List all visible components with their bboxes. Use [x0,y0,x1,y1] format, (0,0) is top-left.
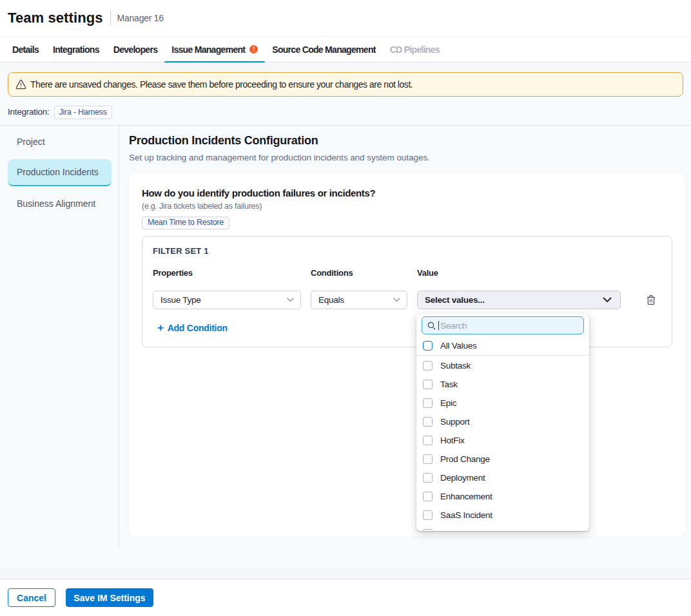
filter-grid: Properties Conditions Value Issue Type E… [153,269,661,309]
page-title: Team settings [8,10,103,26]
metric-chip[interactable]: Mean Time to Restore [142,217,229,229]
checkbox-task[interactable] [423,380,433,389]
integration-chip[interactable]: Jira - Harness [54,106,112,119]
section-title: Production Incidents Configuration [129,134,685,148]
checkbox-support[interactable] [423,417,433,427]
unsaved-changes-banner: There are unsaved changes. Please save t… [8,72,683,97]
option-task[interactable]: Task [416,375,589,394]
page-footer: Cancel Save IM Settings [0,579,691,616]
value-dropdown-popup: Search All Values Subtask Task Epic Supp… [416,314,589,531]
warning-icon [15,79,26,90]
sidebar: Project Production Incidents Business Al… [0,126,119,546]
text-caret [438,321,439,330]
tab-issue-management[interactable]: Issue Management ! [164,37,265,62]
checkbox-all-values[interactable] [423,341,433,351]
checkbox-deployment[interactable] [423,473,433,483]
save-im-settings-button[interactable]: Save IM Settings [66,588,153,607]
page-body: There are unsaved changes. Please save t… [0,63,691,579]
section-subtitle: Set up tracking and management for produ… [129,153,685,162]
cancel-button[interactable]: Cancel [8,588,55,607]
checkbox-epic[interactable] [423,398,433,408]
option-deployment[interactable]: Deployment [416,468,589,487]
properties-select[interactable]: Issue Type [153,291,301,309]
tab-developers[interactable]: Developers [106,37,164,62]
card-hint: (e.g. Jira tickets labeled as failures) [142,202,672,211]
option-customer-notification[interactable]: Customer Notification [416,525,589,531]
checkbox-hotfix[interactable] [423,436,433,445]
plus-icon: + [157,323,164,332]
sidebar-item-production-incidents[interactable]: Production Incidents [8,159,112,186]
checkbox-enhancement[interactable] [423,492,433,501]
checkbox-saas-incident[interactable] [423,510,433,520]
option-hotfix[interactable]: HotFix [416,431,589,450]
value-multiselect[interactable]: Select values... [417,291,621,309]
page-header: Team settings Manager 16 [0,0,691,37]
title-separator [110,11,111,25]
column-label-value: Value [417,269,621,277]
option-saas-incident[interactable]: SaaS Incident [416,506,589,525]
option-subtask[interactable]: Subtask [416,356,589,375]
filter-set-box: FILTER SET 1 Properties Conditions Value… [142,236,672,347]
card-question: How do you identify production failures … [142,188,672,198]
option-support[interactable]: Support [416,412,589,431]
sidebar-item-business-alignment[interactable]: Business Alignment [8,190,112,217]
page-subtitle: Manager 16 [117,13,164,23]
tab-cd-pipelines: CD Pipelines [383,37,447,62]
chevron-down-icon [393,298,400,302]
integration-label: Integration: [8,107,50,117]
tab-details[interactable]: Details [5,37,46,62]
conditions-select[interactable]: Equals [311,291,407,309]
option-all-values[interactable]: All Values [416,336,589,356]
search-input[interactable]: Search [422,316,584,334]
filter-set-title: FILTER SET 1 [153,247,661,256]
checkbox-subtask[interactable] [423,361,433,371]
chevron-down-icon [287,298,294,302]
sidebar-item-project[interactable]: Project [8,128,112,155]
checkbox-prod-change[interactable] [423,454,433,464]
content: Production Incidents Configuration Set u… [119,126,691,558]
tab-source-code-management[interactable]: Source Code Management [265,37,382,62]
option-epic[interactable]: Epic [416,394,589,412]
delete-filter-icon[interactable] [645,294,657,306]
unsaved-changes-badge-icon: ! [249,45,258,53]
option-prod-change[interactable]: Prod Change [416,450,589,468]
search-icon [427,322,436,330]
checkbox-customer-notification[interactable] [423,529,433,531]
tab-integrations[interactable]: Integrations [46,37,106,62]
search-wrap: Search [416,314,589,336]
column-label-properties: Properties [153,269,301,277]
integration-row: Integration: Jira - Harness [0,97,691,125]
search-placeholder: Search [440,321,467,331]
option-enhancement[interactable]: Enhancement [416,487,589,506]
incidents-card: How do you identify production failures … [129,173,685,536]
banner-text: There are unsaved changes. Please save t… [30,79,413,90]
tab-bar: Details Integrations Developers Issue Ma… [0,37,691,63]
column-label-conditions: Conditions [311,269,407,277]
chevron-down-icon [603,297,612,303]
